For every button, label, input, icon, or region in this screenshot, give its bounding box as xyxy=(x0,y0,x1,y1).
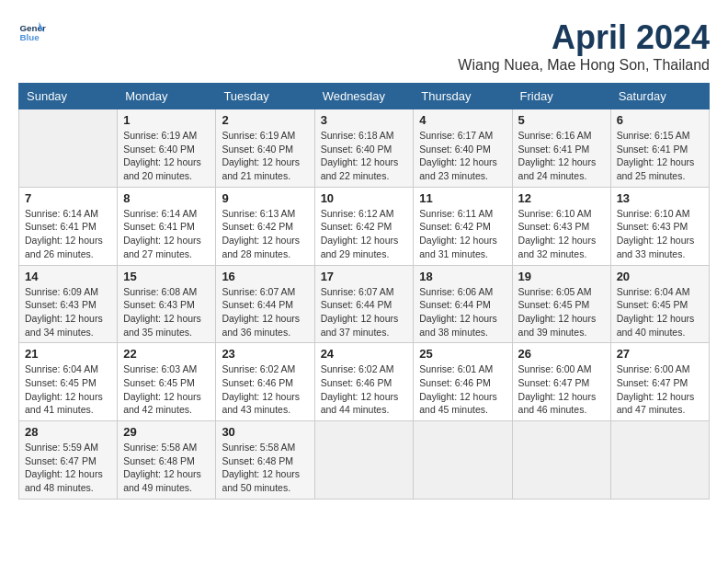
day-info: Sunrise: 6:16 AM Sunset: 6:41 PM Dayligh… xyxy=(518,129,605,183)
day-number: 30 xyxy=(222,425,308,439)
day-info: Sunrise: 6:10 AM Sunset: 6:43 PM Dayligh… xyxy=(518,207,605,261)
day-number: 20 xyxy=(617,270,703,283)
calendar-day-cell: 24Sunrise: 6:02 AM Sunset: 6:46 PM Dayli… xyxy=(314,343,414,421)
day-info: Sunrise: 6:10 AM Sunset: 6:43 PM Dayligh… xyxy=(617,207,703,261)
calendar-day-cell xyxy=(314,421,414,500)
weekday-header: Wednesday xyxy=(314,84,414,109)
day-number: 26 xyxy=(518,347,605,361)
weekday-header: Friday xyxy=(512,84,610,109)
day-number: 14 xyxy=(25,270,111,283)
day-info: Sunrise: 6:02 AM Sunset: 6:46 PM Dayligh… xyxy=(222,362,308,417)
day-number: 8 xyxy=(123,191,210,205)
day-number: 24 xyxy=(321,347,408,361)
day-info: Sunrise: 6:11 AM Sunset: 6:42 PM Dayligh… xyxy=(419,207,506,261)
calendar-week-row: 28Sunrise: 5:59 AM Sunset: 6:47 PM Dayli… xyxy=(19,421,710,500)
day-number: 13 xyxy=(617,191,703,205)
calendar-day-cell: 22Sunrise: 6:03 AM Sunset: 6:45 PM Dayli… xyxy=(118,343,216,421)
weekday-header: Sunday xyxy=(19,84,118,109)
day-info: Sunrise: 5:59 AM Sunset: 6:47 PM Dayligh… xyxy=(25,441,111,495)
day-number: 3 xyxy=(321,113,408,127)
day-number: 16 xyxy=(222,270,308,283)
calendar-day-cell: 3Sunrise: 6:18 AM Sunset: 6:40 PM Daylig… xyxy=(314,109,414,188)
calendar-day-cell: 4Sunrise: 6:17 AM Sunset: 6:40 PM Daylig… xyxy=(414,109,512,188)
calendar-day-cell xyxy=(610,421,709,500)
calendar-header-row: SundayMondayTuesdayWednesdayThursdayFrid… xyxy=(19,84,710,109)
day-number: 25 xyxy=(419,347,506,361)
calendar-day-cell: 20Sunrise: 6:04 AM Sunset: 6:45 PM Dayli… xyxy=(610,265,709,343)
day-number: 1 xyxy=(123,113,210,127)
day-info: Sunrise: 6:15 AM Sunset: 6:41 PM Dayligh… xyxy=(617,129,703,183)
day-number: 12 xyxy=(518,191,605,205)
calendar-day-cell: 2Sunrise: 6:19 AM Sunset: 6:40 PM Daylig… xyxy=(216,109,314,188)
month-title: April 2024 xyxy=(458,18,710,57)
calendar-day-cell: 1Sunrise: 6:19 AM Sunset: 6:40 PM Daylig… xyxy=(118,109,216,188)
calendar-day-cell xyxy=(414,421,512,500)
day-info: Sunrise: 6:00 AM Sunset: 6:47 PM Dayligh… xyxy=(617,362,703,417)
svg-text:Blue: Blue xyxy=(20,32,40,42)
day-info: Sunrise: 6:09 AM Sunset: 6:43 PM Dayligh… xyxy=(25,285,111,339)
day-info: Sunrise: 6:02 AM Sunset: 6:46 PM Dayligh… xyxy=(321,362,408,417)
calendar-day-cell: 25Sunrise: 6:01 AM Sunset: 6:46 PM Dayli… xyxy=(414,343,512,421)
day-info: Sunrise: 6:19 AM Sunset: 6:40 PM Dayligh… xyxy=(222,129,308,183)
day-number: 28 xyxy=(25,425,111,439)
calendar-day-cell: 21Sunrise: 6:04 AM Sunset: 6:45 PM Dayli… xyxy=(19,343,118,421)
day-number: 10 xyxy=(321,191,408,205)
day-number: 22 xyxy=(123,347,210,361)
calendar-day-cell: 29Sunrise: 5:58 AM Sunset: 6:48 PM Dayli… xyxy=(118,421,216,500)
day-info: Sunrise: 6:04 AM Sunset: 6:45 PM Dayligh… xyxy=(25,362,111,417)
day-number: 9 xyxy=(222,191,308,205)
calendar-day-cell: 13Sunrise: 6:10 AM Sunset: 6:43 PM Dayli… xyxy=(610,187,709,265)
calendar-week-row: 21Sunrise: 6:04 AM Sunset: 6:45 PM Dayli… xyxy=(19,343,710,421)
day-info: Sunrise: 6:12 AM Sunset: 6:42 PM Dayligh… xyxy=(321,207,408,261)
calendar-day-cell: 16Sunrise: 6:07 AM Sunset: 6:44 PM Dayli… xyxy=(216,265,314,343)
day-info: Sunrise: 6:14 AM Sunset: 6:41 PM Dayligh… xyxy=(25,207,111,261)
weekday-header: Monday xyxy=(118,84,216,109)
calendar-day-cell: 9Sunrise: 6:13 AM Sunset: 6:42 PM Daylig… xyxy=(216,187,314,265)
calendar-day-cell: 15Sunrise: 6:08 AM Sunset: 6:43 PM Dayli… xyxy=(118,265,216,343)
day-number: 19 xyxy=(518,270,605,283)
day-number: 5 xyxy=(518,113,605,127)
calendar-day-cell xyxy=(19,109,118,188)
day-info: Sunrise: 6:03 AM Sunset: 6:45 PM Dayligh… xyxy=(123,362,210,417)
day-info: Sunrise: 6:14 AM Sunset: 6:41 PM Dayligh… xyxy=(123,207,210,261)
day-info: Sunrise: 6:18 AM Sunset: 6:40 PM Dayligh… xyxy=(321,129,408,183)
day-info: Sunrise: 6:01 AM Sunset: 6:46 PM Dayligh… xyxy=(419,362,506,417)
header: General Blue April 2024 Wiang Nuea, Mae … xyxy=(18,18,710,74)
day-info: Sunrise: 6:07 AM Sunset: 6:44 PM Dayligh… xyxy=(321,285,408,339)
day-number: 7 xyxy=(25,191,111,205)
day-number: 18 xyxy=(419,270,506,283)
location-title: Wiang Nuea, Mae Hong Son, Thailand xyxy=(458,57,710,74)
calendar-day-cell xyxy=(512,421,610,500)
calendar-day-cell: 27Sunrise: 6:00 AM Sunset: 6:47 PM Dayli… xyxy=(610,343,709,421)
day-info: Sunrise: 6:08 AM Sunset: 6:43 PM Dayligh… xyxy=(123,285,210,339)
day-info: Sunrise: 6:17 AM Sunset: 6:40 PM Dayligh… xyxy=(419,129,506,183)
day-number: 6 xyxy=(617,113,703,127)
weekday-header: Thursday xyxy=(414,84,512,109)
day-number: 11 xyxy=(419,191,506,205)
logo: General Blue xyxy=(18,18,50,46)
calendar-week-row: 7Sunrise: 6:14 AM Sunset: 6:41 PM Daylig… xyxy=(19,187,710,265)
calendar-week-row: 1Sunrise: 6:19 AM Sunset: 6:40 PM Daylig… xyxy=(19,109,710,188)
calendar-day-cell: 7Sunrise: 6:14 AM Sunset: 6:41 PM Daylig… xyxy=(19,187,118,265)
calendar-day-cell: 11Sunrise: 6:11 AM Sunset: 6:42 PM Dayli… xyxy=(414,187,512,265)
calendar-day-cell: 17Sunrise: 6:07 AM Sunset: 6:44 PM Dayli… xyxy=(314,265,414,343)
weekday-header: Tuesday xyxy=(216,84,314,109)
day-info: Sunrise: 6:05 AM Sunset: 6:45 PM Dayligh… xyxy=(518,285,605,339)
day-info: Sunrise: 6:19 AM Sunset: 6:40 PM Dayligh… xyxy=(123,129,210,183)
calendar-day-cell: 8Sunrise: 6:14 AM Sunset: 6:41 PM Daylig… xyxy=(118,187,216,265)
calendar-day-cell: 6Sunrise: 6:15 AM Sunset: 6:41 PM Daylig… xyxy=(610,109,709,188)
day-number: 4 xyxy=(419,113,506,127)
calendar-day-cell: 18Sunrise: 6:06 AM Sunset: 6:44 PM Dayli… xyxy=(414,265,512,343)
logo-icon: General Blue xyxy=(18,18,46,46)
day-number: 29 xyxy=(123,425,210,439)
calendar-day-cell: 26Sunrise: 6:00 AM Sunset: 6:47 PM Dayli… xyxy=(512,343,610,421)
day-number: 2 xyxy=(222,113,308,127)
calendar-day-cell: 19Sunrise: 6:05 AM Sunset: 6:45 PM Dayli… xyxy=(512,265,610,343)
calendar-day-cell: 30Sunrise: 5:58 AM Sunset: 6:48 PM Dayli… xyxy=(216,421,314,500)
day-number: 15 xyxy=(123,270,210,283)
day-number: 21 xyxy=(25,347,111,361)
calendar-day-cell: 10Sunrise: 6:12 AM Sunset: 6:42 PM Dayli… xyxy=(314,187,414,265)
title-section: April 2024 Wiang Nuea, Mae Hong Son, Tha… xyxy=(458,18,710,74)
day-number: 27 xyxy=(617,347,703,361)
day-info: Sunrise: 5:58 AM Sunset: 6:48 PM Dayligh… xyxy=(123,441,210,495)
